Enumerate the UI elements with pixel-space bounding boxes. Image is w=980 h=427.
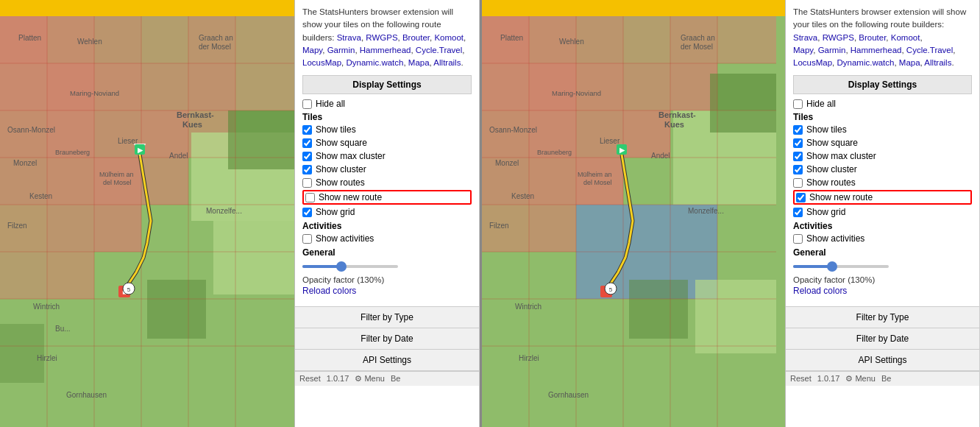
link-locusmap-left[interactable]: LocusMap <box>302 58 341 67</box>
show-square-checkbox-right[interactable] <box>793 138 803 148</box>
show-routes-label-left[interactable]: Show routes <box>316 177 365 188</box>
svg-text:▶: ▶ <box>619 147 625 154</box>
menu-label-left: ⚙ Menu <box>355 374 385 384</box>
link-garmin-left[interactable]: Garmin <box>327 46 355 54</box>
hide-all-checkbox-left[interactable] <box>302 99 312 109</box>
slider-container-right <box>793 259 972 274</box>
link-locusmap-right[interactable]: LocusMap <box>793 58 832 67</box>
show-cluster-checkbox-right[interactable] <box>793 165 803 174</box>
show-new-route-checkbox-left[interactable] <box>305 193 315 202</box>
link-brouter-right[interactable]: Brouter <box>859 33 886 42</box>
hide-all-checkbox-right[interactable] <box>793 99 803 109</box>
show-activities-label-right[interactable]: Show activities <box>806 233 864 244</box>
link-cycletravel-left[interactable]: Cycle.Travel <box>416 46 462 54</box>
link-komoot-left[interactable]: Komoot <box>434 33 464 42</box>
show-max-cluster-label-right[interactable]: Show max cluster <box>806 151 876 161</box>
filter-date-btn-left[interactable]: Filter by Date <box>295 328 479 350</box>
version-label-right: 1.0.17 <box>817 374 840 384</box>
slider-thumb-left[interactable] <box>336 261 347 272</box>
slider-thumb-right[interactable] <box>827 261 837 272</box>
svg-text:Kues: Kues <box>182 120 202 129</box>
show-tiles-label-left[interactable]: Show tiles <box>316 124 356 135</box>
show-grid-label-right[interactable]: Show grid <box>806 207 845 217</box>
svg-text:Graach an: Graach an <box>199 34 233 42</box>
show-square-label-left[interactable]: Show square <box>316 138 367 148</box>
svg-rect-76 <box>623 16 670 63</box>
link-garmin-right[interactable]: Garmin <box>818 46 846 54</box>
show-routes-label-right[interactable]: Show routes <box>806 177 856 188</box>
link-mapy-right[interactable]: Mapy <box>793 46 813 54</box>
show-square-label-right[interactable]: Show square <box>806 138 858 148</box>
right-map: ▶ 5 Platten Wehlen Maring-Noviand Osann-… <box>482 0 785 427</box>
show-routes-checkbox-right[interactable] <box>793 178 803 188</box>
link-mapy-left[interactable]: Mapy <box>302 46 322 54</box>
show-new-route-label-left[interactable]: Show new route <box>319 192 382 202</box>
filter-type-btn-right[interactable]: Filter by Type <box>786 307 979 328</box>
link-dynamicwatch-left[interactable]: Dynamic.watch <box>346 58 403 67</box>
show-activities-row-right: Show activities <box>793 233 972 244</box>
yellow-banner-right <box>482 0 785 16</box>
show-activities-label-left[interactable]: Show activities <box>316 233 374 244</box>
show-activities-checkbox-left[interactable] <box>302 234 312 244</box>
show-grid-row-right: Show grid <box>793 206 972 218</box>
api-settings-btn-left[interactable]: API Settings <box>295 350 479 371</box>
show-cluster-label-right[interactable]: Show cluster <box>806 164 857 174</box>
link-alltrails-right[interactable]: Alltrails <box>924 58 951 67</box>
show-grid-checkbox-right[interactable] <box>793 208 803 217</box>
link-cycletravel-right[interactable]: Cycle.Travel <box>906 46 953 54</box>
svg-text:Lieser: Lieser <box>600 137 620 145</box>
api-settings-btn-right[interactable]: API Settings <box>786 350 979 371</box>
link-alltrails-left[interactable]: Alltrails <box>433 58 461 67</box>
svg-text:Osann-Monzel: Osann-Monzel <box>489 126 537 134</box>
show-max-cluster-checkbox-right[interactable] <box>793 152 803 161</box>
hide-all-label-left[interactable]: Hide all <box>316 99 345 109</box>
link-hammerhead-right[interactable]: Hammerhead <box>851 46 902 54</box>
show-tiles-checkbox-left[interactable] <box>302 125 312 135</box>
svg-rect-26 <box>47 252 94 299</box>
hide-all-label-right[interactable]: Hide all <box>806 99 836 109</box>
show-max-cluster-label-left[interactable]: Show max cluster <box>316 151 386 161</box>
show-new-route-row-right: Show new route <box>793 190 972 205</box>
filter-date-btn-right[interactable]: Filter by Date <box>786 328 979 350</box>
show-new-route-checkbox-right[interactable] <box>796 193 806 202</box>
show-routes-checkbox-left[interactable] <box>302 178 312 188</box>
svg-text:Hirzlei: Hirzlei <box>519 354 539 362</box>
activities-section-left: Activities <box>302 221 472 231</box>
link-rwgps-left[interactable]: RWGPS <box>366 33 397 42</box>
svg-rect-28 <box>213 221 294 294</box>
svg-text:Mülheim an: Mülheim an <box>578 171 612 178</box>
show-grid-checkbox-left[interactable] <box>302 208 312 217</box>
filter-type-btn-left[interactable]: Filter by Type <box>295 307 479 328</box>
show-grid-label-left[interactable]: Show grid <box>316 207 355 217</box>
svg-text:Brauneberg: Brauneberg <box>55 149 90 156</box>
show-max-cluster-checkbox-left[interactable] <box>302 152 312 161</box>
link-mapa-right[interactable]: Mapa <box>899 58 920 67</box>
reload-colors-left[interactable]: Reload colors <box>302 286 356 296</box>
svg-text:der Mosel: der Mosel <box>199 43 231 51</box>
link-hammerhead-left[interactable]: Hammerhead <box>360 46 411 54</box>
hide-all-row-right: Hide all <box>793 99 972 109</box>
show-cluster-checkbox-left[interactable] <box>302 165 312 174</box>
reload-colors-right[interactable]: Reload colors <box>793 286 847 296</box>
show-tiles-checkbox-right[interactable] <box>793 125 803 135</box>
slider-fill-right <box>793 265 830 268</box>
svg-text:Kesten: Kesten <box>511 192 534 200</box>
link-strava-left[interactable]: Strava <box>337 33 361 42</box>
link-strava-right[interactable]: Strava <box>793 33 817 42</box>
show-cluster-label-left[interactable]: Show cluster <box>316 164 366 174</box>
link-mapa-left[interactable]: Mapa <box>408 58 430 67</box>
show-new-route-label-right[interactable]: Show new route <box>809 192 873 202</box>
link-dynamicwatch-right[interactable]: Dynamic.watch <box>837 58 894 67</box>
show-square-checkbox-left[interactable] <box>302 138 312 148</box>
svg-text:Andel: Andel <box>651 152 670 160</box>
svg-text:Bu...: Bu... <box>55 325 71 333</box>
link-rwgps-right[interactable]: RWGPS <box>823 33 854 42</box>
link-komoot-right[interactable]: Komoot <box>891 33 920 42</box>
svg-rect-92 <box>529 205 576 252</box>
link-brouter-left[interactable]: Brouter <box>402 33 430 42</box>
svg-text:▶: ▶ <box>138 147 143 154</box>
show-activities-checkbox-right[interactable] <box>793 234 803 244</box>
show-tiles-label-right[interactable]: Show tiles <box>806 124 847 135</box>
slider-track-right <box>793 265 889 268</box>
opacity-label-left: Opacity factor (130%) <box>302 275 472 284</box>
